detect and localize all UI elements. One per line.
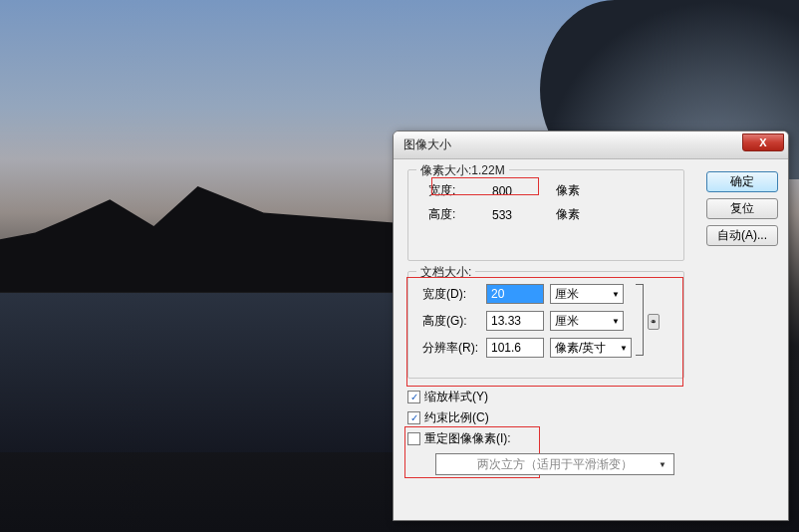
background-silhouette	[0, 159, 439, 293]
px-height-value: 533	[492, 208, 550, 222]
resample-method-select[interactable]: 两次立方（适用于平滑渐变） ▼	[435, 453, 674, 475]
auto-button[interactable]: 自动(A)...	[706, 225, 778, 246]
pixel-dimensions-group: 像素大小:1.22M 宽度: 800 像素 高度: 533 像素	[407, 169, 684, 261]
highlight-pixel-size	[431, 177, 539, 195]
close-icon: X	[759, 136, 766, 148]
px-height-label: 高度:	[428, 206, 486, 223]
titlebar[interactable]: 图像大小 X	[394, 132, 788, 159]
px-height-unit: 像素	[556, 206, 606, 223]
scale-styles-label: 缩放样式(Y)	[424, 389, 488, 405]
dialog-body: 确定 复位 自动(A)... 像素大小:1.22M 宽度: 800 像素 高度:…	[394, 159, 788, 520]
close-button[interactable]: X	[742, 133, 784, 151]
constrain-checkbox[interactable]: ✓	[407, 411, 420, 424]
buttons-column: 确定 复位 自动(A)...	[706, 171, 778, 246]
constrain-label: 约束比例(C)	[424, 409, 489, 426]
background-reflection	[0, 293, 439, 452]
reset-button[interactable]: 复位	[706, 198, 778, 219]
dialog-title: 图像大小	[403, 136, 451, 153]
image-size-dialog: 图像大小 X 确定 复位 自动(A)... 像素大小:1.22M 宽度: 800…	[393, 131, 789, 521]
highlight-doc-size	[406, 277, 683, 387]
checkbox-area: ✓ 缩放样式(Y) ✓ 约束比例(C) 重定图像像素(I):	[407, 389, 684, 447]
px-width-unit: 像素	[556, 182, 606, 199]
ok-button[interactable]: 确定	[706, 171, 778, 192]
resample-checkbox[interactable]	[407, 432, 420, 445]
resample-label: 重定图像像素(I):	[424, 430, 511, 447]
chevron-down-icon: ▼	[659, 460, 669, 469]
scale-styles-checkbox[interactable]: ✓	[407, 391, 420, 403]
